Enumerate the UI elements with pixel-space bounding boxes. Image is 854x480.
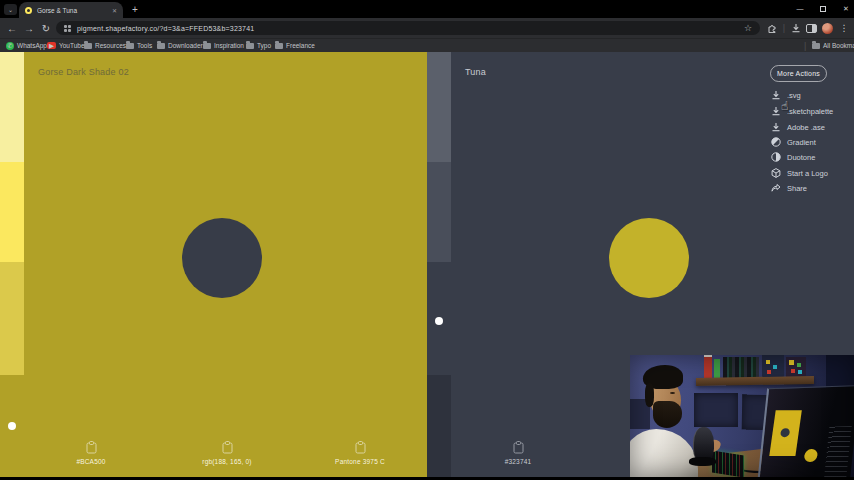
left-strip-drag-handle[interactable] bbox=[8, 422, 16, 430]
pantone-value: Pantone 3975 C bbox=[335, 458, 385, 465]
bookmark-label: Tools bbox=[137, 42, 152, 49]
puzzle-icon bbox=[767, 23, 777, 33]
keyboard-glow bbox=[712, 450, 744, 477]
window-minimize-button[interactable]: — bbox=[792, 0, 808, 17]
folder-icon bbox=[84, 43, 92, 49]
clipboard-icon bbox=[355, 441, 366, 454]
all-bookmarks-button[interactable]: All Bookmarks bbox=[812, 40, 854, 51]
left-tint-strip-2[interactable] bbox=[0, 162, 24, 262]
monitor-text-column bbox=[824, 426, 852, 477]
new-tab-button[interactable]: + bbox=[128, 2, 142, 16]
bookmark-label: Freelance bbox=[286, 42, 315, 49]
window-maximize-button[interactable] bbox=[815, 0, 831, 17]
bookmark-whatsapp[interactable]: ✆ WhatsApp bbox=[6, 40, 47, 51]
avatar bbox=[822, 23, 833, 34]
right-panel-title: Tuna bbox=[465, 67, 486, 77]
bookmark-label: Resources bbox=[95, 42, 126, 49]
microphone bbox=[693, 427, 714, 463]
shelf-item bbox=[704, 355, 712, 378]
more-actions-button[interactable]: More Actions bbox=[770, 65, 827, 82]
action-item-gradient[interactable]: Gradient bbox=[771, 136, 816, 148]
side-panel-button[interactable] bbox=[804, 18, 819, 38]
shelf-lego-box bbox=[786, 357, 806, 378]
copy-hex-chip-right[interactable]: #323741 bbox=[473, 441, 563, 465]
bookmark-inspiration[interactable]: Inspiration bbox=[203, 40, 244, 51]
forward-button[interactable]: → bbox=[21, 18, 37, 38]
bookmark-label: YouTube bbox=[59, 42, 85, 49]
action-label: Duotone bbox=[787, 153, 815, 162]
tab-search-button[interactable]: ⌄ bbox=[4, 4, 17, 15]
left-color-circle bbox=[182, 218, 262, 298]
mouse-cursor-hand: ☝ bbox=[781, 99, 788, 113]
shelf-item bbox=[714, 359, 720, 378]
shelf-plank bbox=[696, 376, 814, 386]
foam-panel bbox=[694, 393, 738, 427]
folder-icon bbox=[203, 43, 211, 49]
action-item-share[interactable]: Share bbox=[771, 182, 807, 194]
action-label: .sketchpalette bbox=[787, 107, 833, 116]
bookmark-downloaders[interactable]: Downloaders bbox=[157, 40, 206, 51]
gradient-icon bbox=[771, 137, 781, 147]
bookmark-label: WhatsApp bbox=[17, 42, 47, 49]
action-item-start-logo[interactable]: Start a Logo bbox=[771, 167, 828, 179]
tab-close-icon[interactable]: ✕ bbox=[112, 7, 117, 14]
desk bbox=[682, 443, 812, 477]
profile-button[interactable] bbox=[820, 18, 835, 38]
screen: ⌄ Gorse & Tuna ✕ + — ✕ ← → ↻ pigment.sha… bbox=[0, 0, 854, 480]
folder-icon bbox=[812, 43, 820, 49]
pigment-favicon-icon bbox=[25, 7, 32, 14]
monitor-yellow-circle bbox=[804, 449, 818, 462]
bookmarks-separator: | bbox=[804, 40, 806, 51]
chevron-down-icon: ⌄ bbox=[8, 6, 13, 13]
action-label: Share bbox=[787, 184, 807, 193]
chrome-menu-button[interactable]: ⋮ bbox=[837, 18, 851, 38]
bookmark-freelance[interactable]: Freelance bbox=[275, 40, 315, 51]
action-item-duotone[interactable]: Duotone bbox=[771, 151, 815, 163]
share-icon bbox=[771, 183, 781, 193]
action-label: Start a Logo bbox=[787, 169, 828, 178]
shelf-books bbox=[723, 357, 759, 378]
action-item-adobe-ase[interactable]: Adobe .ase bbox=[771, 121, 825, 133]
left-tint-strip-1[interactable] bbox=[0, 52, 24, 162]
clipboard-icon bbox=[513, 441, 524, 454]
url-text: pigment.shapefactory.co/?d=3&a=FFED53&b=… bbox=[77, 25, 738, 32]
address-bar[interactable]: pigment.shapefactory.co/?d=3&a=FFED53&b=… bbox=[56, 21, 760, 35]
action-label: .svg bbox=[787, 91, 801, 100]
copy-rgb-chip-left[interactable]: rgb(188, 165, 0) bbox=[182, 441, 272, 465]
right-strip-drag-handle[interactable] bbox=[435, 317, 443, 325]
left-panel-title: Gorse Dark Shade 02 bbox=[38, 67, 129, 77]
foam-panel bbox=[742, 394, 789, 430]
bookmark-resources[interactable]: Resources bbox=[84, 40, 126, 51]
copy-pantone-chip-left[interactable]: Pantone 3975 C bbox=[315, 441, 405, 465]
person-hair bbox=[643, 365, 683, 389]
download-icon bbox=[771, 90, 781, 100]
bookmark-typo[interactable]: Typo bbox=[246, 40, 271, 51]
person-face bbox=[650, 379, 681, 419]
left-tint-strip-3[interactable] bbox=[0, 262, 24, 375]
bookmark-youtube[interactable]: ▶ YouTube bbox=[47, 40, 85, 51]
site-info-icon[interactable] bbox=[64, 25, 71, 32]
whatsapp-icon: ✆ bbox=[6, 42, 14, 50]
downloads-button[interactable] bbox=[789, 18, 803, 38]
browser-tab[interactable]: Gorse & Tuna ✕ bbox=[19, 2, 123, 18]
right-tint-strip-2[interactable] bbox=[427, 162, 451, 262]
right-tint-strip-1[interactable] bbox=[427, 52, 451, 162]
window-close-button[interactable]: ✕ bbox=[838, 0, 854, 17]
copy-hex-chip-left[interactable]: #BCA500 bbox=[46, 441, 136, 465]
bookmark-star-icon[interactable]: ☆ bbox=[744, 23, 752, 33]
extensions-button[interactable] bbox=[765, 18, 779, 38]
person-hand bbox=[702, 437, 722, 454]
duotone-icon bbox=[771, 152, 781, 162]
hex-value: #323741 bbox=[505, 458, 532, 465]
right-shade-strip-3[interactable] bbox=[427, 375, 451, 477]
start-logo-icon bbox=[771, 168, 781, 178]
folder-icon bbox=[126, 43, 134, 49]
toolbar-separator: | bbox=[781, 18, 787, 38]
foam-panel bbox=[630, 399, 650, 429]
bookmark-tools[interactable]: Tools bbox=[126, 40, 152, 51]
back-button[interactable]: ← bbox=[4, 18, 20, 38]
tab-title: Gorse & Tuna bbox=[37, 7, 107, 14]
bookmark-label: Inspiration bbox=[214, 42, 244, 49]
reload-button[interactable]: ↻ bbox=[38, 18, 54, 38]
rgb-value: rgb(188, 165, 0) bbox=[202, 458, 251, 465]
